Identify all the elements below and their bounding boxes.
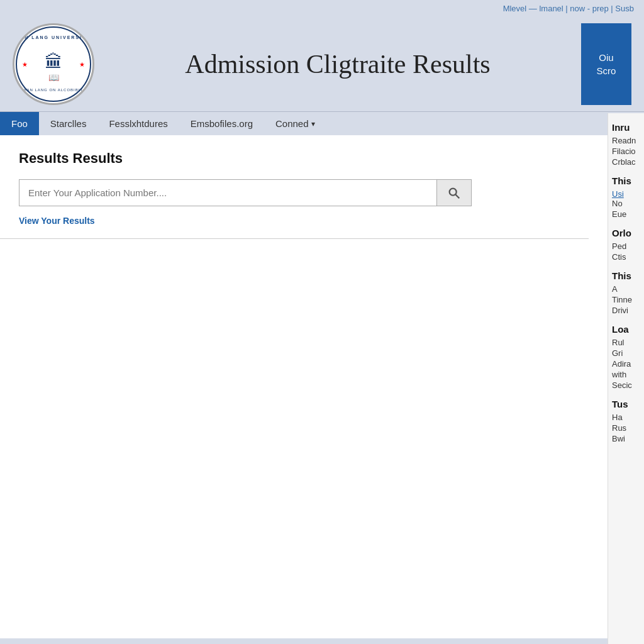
sidebar-section-tus: Tus Ha Rus Bwi (612, 399, 644, 443)
main-nav: Foo Starclles Fesslxhtdures Emsbofiles.o… (0, 111, 644, 135)
sidebar-text-no: No (612, 199, 644, 208)
content-area: Results Results View Your Results (0, 135, 608, 638)
sidebar-content: Inru Readn Filacio Crblac This Usi No Eu… (608, 113, 644, 461)
logo-stars: ★ ★ (17, 61, 90, 68)
sidebar-text-ha: Ha (612, 413, 644, 422)
sidebar-heading-tus: Tus (612, 399, 644, 409)
star-left-icon: ★ (22, 61, 28, 68)
sidebar-text-rus: Rus (612, 423, 644, 433)
sidebar-text-readn: Readn (612, 136, 644, 145)
view-results-link[interactable]: View Your Results (19, 216, 95, 226)
logo-book-icon: 📖 (48, 72, 59, 82)
nav-item-conned[interactable]: Conned ▾ (264, 112, 326, 135)
search-icon (447, 186, 461, 200)
sidebar-text-secic: Secic (612, 380, 644, 390)
sidebar-heading-this1: This (612, 175, 644, 186)
sidebar-heading-orlo: Orlo (612, 228, 644, 238)
nav-item-emsbofiles[interactable]: Emsbofiles.org (179, 112, 264, 135)
sidebar-link-usi[interactable]: Usi (612, 189, 644, 199)
sidebar-text-rul: Rul (612, 338, 644, 347)
chevron-down-icon: ▾ (311, 119, 315, 128)
sidebar-text-ped: Ped (612, 242, 644, 251)
star-right-icon: ★ (79, 61, 85, 68)
svg-point-0 (450, 188, 457, 195)
sidebar-section-loa: Loa Rul Gri Adira with Secic (612, 324, 644, 390)
sidebar-heading-inru: Inru (612, 122, 644, 133)
search-button[interactable] (437, 179, 472, 206)
top-bar-text: Mlevel — lmanel | now - prep | Susb (503, 4, 634, 13)
sidebar-text-gri: Gri (612, 348, 644, 358)
content-divider (0, 238, 589, 239)
search-container (19, 179, 472, 206)
sidebar-section-inru: Inru Readn Filacio Crblac (612, 122, 644, 167)
logo-top-text: YAN LANG UNIVERSITY (16, 35, 91, 40)
sidebar-section-this2: This А Tinne Drivi (612, 270, 644, 315)
right-panel-fixed: Inru Readn Filacio Crblac This Usi No Eu… (608, 113, 644, 644)
sidebar-text-а: А (612, 284, 644, 294)
sidebar-text-crblac: Crblac (612, 157, 644, 167)
results-title: Results Results (19, 150, 589, 167)
sidebar-text-with: with (612, 370, 644, 379)
top-bar: Mlevel — lmanel | now - prep | Susb (0, 0, 644, 17)
sidebar-text-tinne: Tinne (612, 295, 644, 304)
sidebar-text-ctis: Ctis (612, 252, 644, 262)
sidebar-section-this1: This Usi No Eue (612, 175, 644, 219)
sidebar-text-filacio: Filacio (612, 147, 644, 156)
header: YAN LANG UNIVERSITY ★ ★ 🏛 📖 YAN LANG ON … (0, 17, 644, 111)
logo-bottom-text: YAN LANG ON ALCOBIBIT (24, 88, 83, 92)
university-logo: YAN LANG UNIVERSITY ★ ★ 🏛 📖 YAN LANG ON … (13, 23, 94, 105)
page-main-title: Admission Cligtraite Results (107, 49, 569, 79)
nav-item-starclles[interactable]: Starclles (39, 112, 98, 135)
sidebar-heading-loa: Loa (612, 324, 644, 335)
sidebar-text-drivi: Drivi (612, 306, 644, 315)
nav-item-fesslxhtdures[interactable]: Fesslxhtdures (97, 112, 179, 135)
sidebar-text-adira: Adira (612, 359, 644, 369)
svg-line-1 (455, 194, 459, 198)
nav-item-foo[interactable]: Foo (0, 112, 39, 135)
header-action-button[interactable]: Oiu Scro (581, 23, 631, 105)
sidebar-heading-this2: This (612, 270, 644, 281)
application-number-input[interactable] (19, 179, 437, 206)
main-wrapper: Results Results View Your Results (0, 135, 644, 638)
sidebar-text-eue: Eue (612, 209, 644, 219)
sidebar-section-orlo: Orlo Ped Ctis (612, 228, 644, 262)
sidebar-text-bwi: Bwi (612, 434, 644, 443)
